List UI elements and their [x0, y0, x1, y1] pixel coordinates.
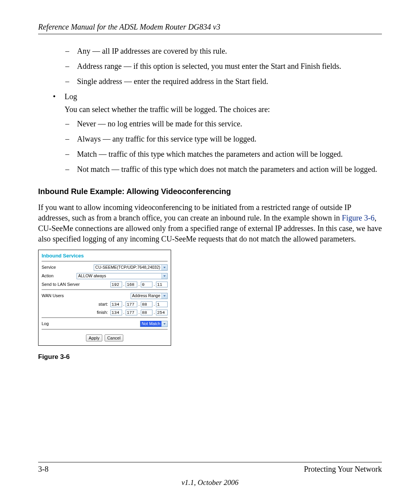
ip-octet-input[interactable]: 177 — [126, 301, 137, 307]
ip-octet-input[interactable]: 88 — [141, 301, 152, 307]
panel-divider — [42, 289, 168, 290]
footer-rule — [38, 462, 382, 462]
list-item: Never — no log entries will be made for … — [65, 119, 382, 129]
figure-reference-link[interactable]: Figure 3-6 — [342, 214, 374, 222]
list-item: Address range — if this option is select… — [65, 61, 382, 72]
log-options-list: Never — no log entries will be made for … — [38, 119, 382, 175]
wan-users-select[interactable]: Address Range — [131, 293, 168, 299]
header-rule — [38, 34, 382, 34]
list-item: Not match — traffic of this type which d… — [65, 164, 382, 175]
list-item: Always — any traffic for this service ty… — [65, 134, 382, 144]
label-action: Action — [42, 273, 75, 279]
panel-divider — [42, 317, 168, 318]
footer-version: v1.1, October 2006 — [38, 478, 382, 487]
row-log: Log Not Match — [38, 320, 171, 328]
row-finish-ip: finish: 134. 177. 88. 254 — [38, 308, 171, 317]
apply-button[interactable]: Apply — [86, 334, 102, 342]
ip-octet-input[interactable]: 0 — [141, 282, 152, 287]
label-finish: finish: — [97, 310, 108, 315]
panel-title: Inbound Services — [38, 250, 171, 260]
log-bullet: Log — [38, 91, 382, 102]
label-service: Service — [42, 264, 75, 270]
ip-octet-input[interactable]: 1 — [156, 301, 168, 307]
ip-octet-input[interactable]: 88 — [141, 310, 152, 315]
section-heading: Inbound Rule Example: Allowing Videoconf… — [38, 186, 382, 197]
address-options-list: Any — all IP addresses are covered by th… — [38, 46, 382, 87]
row-wan-users: WAN Users Address Range — [38, 292, 171, 300]
list-item: Single address — enter the required addr… — [65, 76, 382, 87]
page-footer: 3-8 Protecting Your Network v1.1, Octobe… — [38, 462, 382, 487]
log-select-value: Not Match — [140, 321, 161, 326]
button-row: Apply Cancel — [38, 331, 171, 343]
label-send-to-lan: Send to LAN Server — [42, 282, 80, 287]
figure-caption: Figure 3-6 — [38, 353, 382, 362]
row-service: Service CU-SEEME(TCP/UDP:7648,24032) — [38, 263, 171, 272]
chevron-down-icon — [161, 293, 167, 299]
log-bullet-title: Log — [53, 91, 382, 102]
wan-users-select-value: Address Range — [131, 293, 161, 298]
start-ip: 134. 177. 88. 1 — [110, 301, 168, 307]
ip-octet-input[interactable]: 192 — [110, 282, 122, 287]
ip-octet-input[interactable]: 168 — [126, 282, 137, 287]
row-start-ip: start: 134. 177. 88. 1 — [38, 300, 171, 308]
page-number: 3-8 — [38, 465, 49, 474]
panel-divider — [42, 261, 168, 262]
ip-octet-input[interactable]: 254 — [156, 310, 168, 315]
service-select[interactable]: CU-SEEME(TCP/UDP:7648,24032) — [94, 264, 168, 271]
label-start: start: — [98, 301, 108, 307]
action-select[interactable]: ALLOW always — [77, 273, 168, 279]
send-to-lan-ip: 192. 168. 0. 11 — [110, 282, 168, 287]
action-select-value: ALLOW always — [77, 273, 107, 278]
chevron-down-icon — [161, 321, 167, 327]
list-item: Match — traffic of this type which match… — [65, 149, 382, 159]
finish-ip: 134. 177. 88. 254 — [110, 310, 168, 315]
log-intro: You can select whether the traffic will … — [38, 104, 382, 115]
log-select[interactable]: Not Match — [140, 321, 168, 327]
ip-octet-input[interactable]: 134 — [110, 310, 122, 315]
row-send-to-lan: Send to LAN Server 192. 168. 0. 11 — [38, 280, 171, 289]
list-item: Any — all IP addresses are covered by th… — [65, 46, 382, 56]
ip-octet-input[interactable]: 134 — [110, 301, 122, 307]
row-action: Action ALLOW always — [38, 272, 171, 280]
section-paragraph: If you want to allow incoming videoconfe… — [38, 202, 382, 244]
ip-octet-input[interactable]: 11 — [156, 282, 168, 287]
chapter-title: Protecting Your Network — [304, 465, 382, 474]
running-header: Reference Manual for the ADSL Modem Rout… — [38, 23, 382, 32]
inbound-services-panel: Inbound Services Service CU-SEEME(TCP/UD… — [38, 250, 171, 346]
cancel-button[interactable]: Cancel — [105, 334, 123, 342]
label-log: Log — [42, 321, 75, 327]
para-pre: If you want to allow incoming videoconfe… — [38, 203, 351, 222]
service-select-value: CU-SEEME(TCP/UDP:7648,24032) — [94, 264, 161, 270]
panel-divider — [42, 329, 168, 330]
label-wan-users: WAN Users — [42, 293, 75, 299]
chevron-down-icon — [161, 273, 167, 279]
chevron-down-icon — [161, 265, 167, 270]
ip-octet-input[interactable]: 177 — [126, 310, 137, 315]
